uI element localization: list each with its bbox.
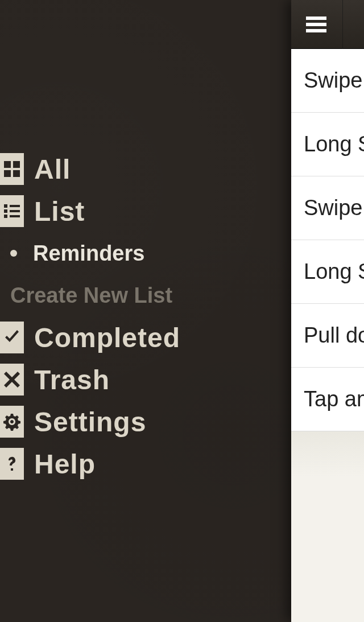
list-item-text: Tap an: [304, 387, 364, 411]
sidebar-item-completed[interactable]: Completed: [0, 316, 291, 359]
list-item-text: Swipe l: [304, 196, 364, 220]
sidebar-menu: All List Reminders Create New List Compl…: [0, 0, 291, 622]
list-icon: [0, 195, 24, 227]
sidebar-subitem-label: Create New List: [10, 283, 172, 308]
empty-area: [291, 431, 364, 622]
list-item-text: Pull do: [304, 323, 364, 348]
svg-rect-8: [4, 215, 7, 218]
sidebar-item-label: Completed: [34, 322, 180, 353]
svg-rect-7: [10, 210, 20, 212]
svg-rect-6: [4, 209, 7, 213]
svg-rect-3: [13, 170, 20, 177]
check-icon: [0, 322, 24, 353]
gear-icon: [0, 406, 24, 438]
list-item[interactable]: Long S: [291, 113, 364, 176]
sidebar-item-label: Settings: [34, 406, 146, 438]
list-item-text: Swipe l: [304, 68, 364, 93]
sidebar-item-all[interactable]: All: [0, 148, 291, 190]
sidebar-item-label: All: [34, 154, 71, 185]
sidebar-subitem-create-list[interactable]: Create New List: [0, 274, 291, 316]
sidebar-item-help[interactable]: Help: [0, 443, 291, 485]
task-list[interactable]: Swipe l Long S Swipe l Long S Pull do Ta…: [291, 49, 364, 431]
list-item-text: Long S: [304, 259, 364, 284]
list-item[interactable]: Swipe l: [291, 49, 364, 113]
list-item[interactable]: Tap an: [291, 368, 364, 431]
question-icon: [0, 448, 24, 480]
svg-rect-5: [10, 205, 20, 207]
hamburger-button[interactable]: [303, 11, 330, 38]
sidebar-item-label: List: [34, 196, 85, 227]
svg-rect-12: [306, 29, 326, 32]
svg-rect-0: [4, 161, 11, 168]
sidebar-item-trash[interactable]: Trash: [0, 359, 291, 401]
svg-rect-2: [4, 170, 11, 177]
bullet-icon: [10, 250, 17, 257]
main-header: [291, 0, 364, 49]
sidebar-item-label: Help: [34, 448, 96, 480]
hamburger-icon: [306, 17, 326, 32]
svg-rect-4: [4, 204, 7, 208]
svg-rect-9: [10, 215, 20, 217]
sidebar-item-label: Trash: [34, 364, 110, 396]
sidebar-item-settings[interactable]: Settings: [0, 401, 291, 443]
svg-rect-1: [13, 161, 20, 168]
sidebar-item-list[interactable]: List: [0, 190, 291, 232]
x-icon: [0, 364, 24, 396]
sidebar-subitem-label: Reminders: [33, 241, 144, 266]
list-item[interactable]: Swipe l: [291, 176, 364, 240]
grid-icon: [0, 153, 24, 185]
list-item[interactable]: Pull do: [291, 304, 364, 368]
main-panel: Swipe l Long S Swipe l Long S Pull do Ta…: [291, 0, 364, 622]
list-item[interactable]: Long S: [291, 240, 364, 304]
svg-rect-11: [306, 23, 326, 26]
list-item-text: Long S: [304, 132, 364, 156]
header-divider: [342, 0, 343, 49]
sidebar-subitem-reminders[interactable]: Reminders: [0, 232, 291, 274]
svg-rect-10: [306, 17, 326, 20]
